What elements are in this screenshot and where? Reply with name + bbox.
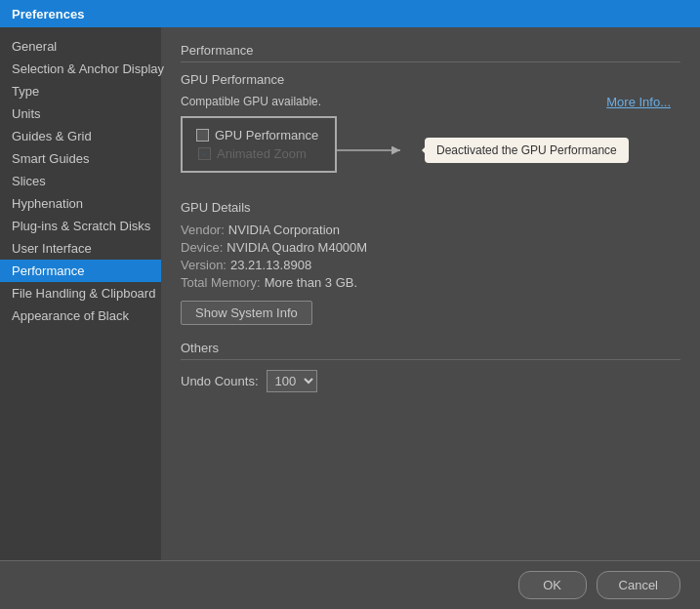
gpu-performance-checkbox[interactable] bbox=[196, 129, 209, 142]
section-title: Performance bbox=[181, 43, 680, 62]
sidebar-item-slices[interactable]: Slices bbox=[0, 170, 161, 192]
dialog-body: General Selection & Anchor Display Type … bbox=[0, 27, 700, 560]
callout-box: Deactivated the GPU Performance bbox=[425, 138, 629, 163]
vendor-row: Vendor: NVIDIA Corporation bbox=[181, 223, 680, 237]
vendor-label: Vendor: bbox=[181, 223, 225, 237]
cancel-button[interactable]: Cancel bbox=[597, 571, 680, 599]
version-label: Version: bbox=[181, 258, 226, 272]
memory-value: More than 3 GB. bbox=[265, 275, 357, 290]
sidebar-item-units[interactable]: Units bbox=[0, 102, 161, 125]
compatible-text: Compatible GPU available. bbox=[181, 95, 680, 108]
sidebar-item-user-interface[interactable]: User Interface bbox=[0, 237, 161, 260]
sidebar-item-guides-grid[interactable]: Guides & Grid bbox=[0, 125, 161, 147]
callout-text: Deactivated the GPU Performance bbox=[436, 143, 617, 157]
gpu-performance-title: GPU Performance bbox=[181, 72, 680, 87]
sidebar-item-file-handling[interactable]: File Handling & Clipboard bbox=[0, 282, 161, 304]
dialog: General Selection & Anchor Display Type … bbox=[0, 27, 700, 609]
main-content: Performance GPU Performance Compatible G… bbox=[161, 27, 700, 560]
dialog-footer: OK Cancel bbox=[0, 560, 700, 609]
sidebar-item-smart-guides[interactable]: Smart Guides bbox=[0, 147, 161, 170]
animated-zoom-row: Animated Zoom bbox=[198, 146, 321, 161]
gpu-details-section: GPU Details Vendor: NVIDIA Corporation D… bbox=[181, 200, 680, 325]
device-row: Device: NVIDIA Quadro M4000M bbox=[181, 240, 680, 255]
version-value: 23.21.13.8908 bbox=[230, 258, 311, 272]
title-text: Preferences bbox=[12, 7, 84, 21]
animated-zoom-label: Animated Zoom bbox=[217, 146, 307, 161]
sidebar-item-performance[interactable]: Performance bbox=[0, 260, 161, 282]
sidebar-item-appearance-black[interactable]: Appearance of Black bbox=[0, 304, 161, 327]
gpu-performance-label: GPU Performance bbox=[215, 128, 318, 142]
others-section: Others Undo Counts: 100 20 50 200 bbox=[181, 341, 680, 392]
memory-label: Total Memory: bbox=[181, 275, 261, 290]
undo-label: Undo Counts: bbox=[181, 374, 259, 388]
sidebar-item-hyphenation[interactable]: Hyphenation bbox=[0, 192, 161, 215]
memory-row: Total Memory: More than 3 GB. bbox=[181, 275, 680, 290]
show-system-info-button[interactable]: Show System Info bbox=[181, 301, 312, 325]
ok-button[interactable]: OK bbox=[518, 571, 587, 599]
sidebar-item-general[interactable]: General bbox=[0, 35, 161, 58]
title-bar: Preferences bbox=[0, 0, 700, 27]
more-info-link[interactable]: More Info... bbox=[606, 95, 671, 109]
version-row: Version: 23.21.13.8908 bbox=[181, 258, 680, 272]
others-title: Others bbox=[181, 341, 680, 360]
sidebar: General Selection & Anchor Display Type … bbox=[0, 27, 161, 560]
sidebar-item-plugins[interactable]: Plug-ins & Scratch Disks bbox=[0, 215, 161, 237]
gpu-performance-box: GPU Performance Animated Zoom bbox=[181, 116, 337, 173]
gpu-details-title: GPU Details bbox=[181, 200, 680, 215]
callout-arrow bbox=[337, 136, 405, 165]
undo-row: Undo Counts: 100 20 50 200 bbox=[181, 370, 680, 392]
sidebar-item-type[interactable]: Type bbox=[0, 80, 161, 102]
vendor-value: NVIDIA Corporation bbox=[228, 223, 340, 237]
device-label: Device: bbox=[181, 240, 223, 255]
animated-zoom-checkbox[interactable] bbox=[198, 147, 211, 160]
sidebar-item-selection-anchor[interactable]: Selection & Anchor Display bbox=[0, 58, 161, 80]
device-value: NVIDIA Quadro M4000M bbox=[226, 240, 367, 255]
undo-count-select[interactable]: 100 20 50 200 bbox=[267, 370, 317, 392]
gpu-performance-row: GPU Performance bbox=[196, 128, 321, 142]
